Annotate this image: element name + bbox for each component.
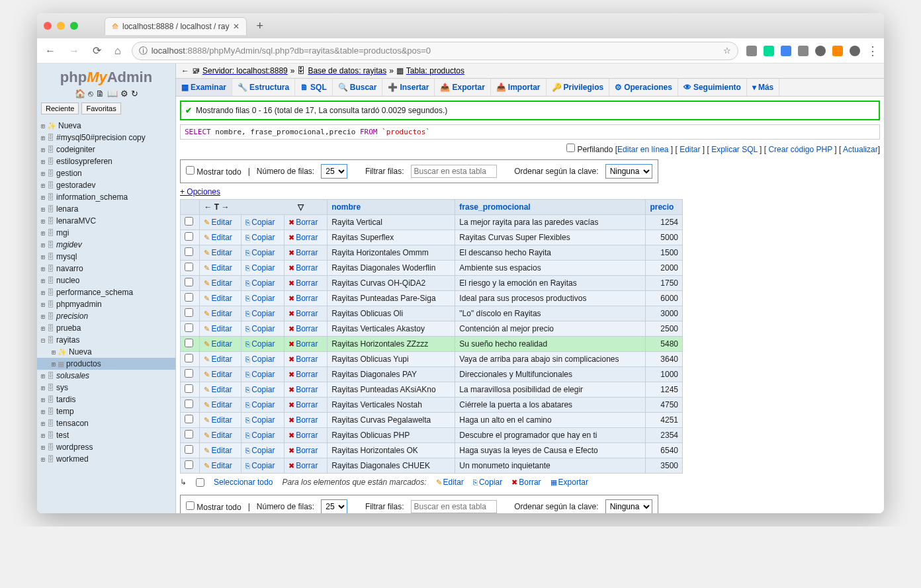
tab-operaciones[interactable]: ⚙Operaciones	[609, 79, 678, 96]
row-checkbox[interactable]	[185, 430, 193, 439]
tree-item[interactable]: ⊞🗄solusales	[37, 370, 175, 382]
row-delete-link[interactable]: ✖Borrar	[288, 339, 318, 349]
row-copy-link[interactable]: ⎘Copiar	[245, 339, 275, 349]
tree-item[interactable]: ⊞🗄performance_schema	[37, 286, 175, 298]
tree-item[interactable]: ⊞🗄mysql	[37, 251, 175, 263]
col-frase[interactable]: frase_promocional	[459, 202, 530, 212]
sql-icon[interactable]: 🗎	[96, 89, 105, 99]
url-bar[interactable]: ⓘ localhost:8888/phpMyAdmin/sql.php?db=r…	[132, 42, 738, 60]
tree-item[interactable]: ⊞🗄estilosypreferen	[37, 155, 175, 167]
expand-icon[interactable]: ⊞	[41, 158, 45, 165]
expand-icon[interactable]: ⊞	[41, 146, 45, 153]
tab-buscar[interactable]: 🔍Buscar	[333, 79, 383, 96]
row-copy-link[interactable]: ⎘Copiar	[245, 370, 275, 379]
row-checkbox[interactable]	[185, 323, 193, 332]
tree-item[interactable]: ⊞🗄#mysql50#precision copy	[37, 132, 175, 144]
tree-item[interactable]: ⊞🗄navarro	[37, 263, 175, 274]
bulk-copy-link[interactable]: ⎘Copiar	[473, 478, 502, 487]
expand-icon[interactable]: ⊞	[41, 253, 45, 261]
tree-item[interactable]: ⊞🗄codeigniter	[37, 144, 175, 155]
expand-icon[interactable]: ⊞	[41, 194, 45, 201]
tab-sql[interactable]: 🗎SQL	[295, 79, 333, 96]
ext-icon[interactable]	[781, 46, 791, 56]
row-edit-link[interactable]: ✎Editar	[204, 309, 232, 318]
ext-icon[interactable]	[815, 46, 826, 56]
tab-insertar[interactable]: ➕Insertar	[382, 79, 435, 96]
row-delete-link[interactable]: ✖Borrar	[288, 218, 318, 227]
tree-item[interactable]: ⊞🗄sys	[37, 382, 175, 394]
tree-item[interactable]: ⊞🗄gestion	[37, 167, 175, 179]
row-copy-link[interactable]: ⎘Copiar	[245, 385, 275, 394]
row-checkbox[interactable]	[185, 217, 193, 226]
row-edit-link[interactable]: ✎Editar	[204, 263, 232, 273]
tree-item[interactable]: ⊞🗄test	[37, 429, 175, 441]
row-checkbox[interactable]	[185, 263, 193, 271]
bulk-edit-link[interactable]: ✎Editar	[436, 478, 464, 487]
filter-rows-input[interactable]	[411, 165, 497, 178]
row-edit-link[interactable]: ✎Editar	[204, 355, 232, 364]
expand-icon[interactable]: ⊞	[41, 456, 45, 463]
tree-item[interactable]: ⊞🗄lenara	[37, 203, 175, 215]
reload-icon[interactable]: ↻	[131, 89, 138, 99]
row-delete-link[interactable]: ✖Borrar	[288, 309, 318, 318]
tree-item[interactable]: ⊞✨Nueva	[37, 120, 175, 132]
tab-close-icon[interactable]: ✕	[233, 22, 240, 31]
tree-item[interactable]: ⊞🗄gestoradev	[37, 179, 175, 191]
row-edit-link[interactable]: ✎Editar	[204, 461, 232, 470]
tab-exportar[interactable]: 📤Exportar	[435, 79, 490, 96]
row-delete-link[interactable]: ✖Borrar	[288, 385, 318, 394]
expand-icon[interactable]: ⊞	[41, 325, 45, 332]
row-checkbox[interactable]	[185, 247, 193, 256]
browser-tab[interactable]: ⟰ localhost:8888 / localhost / ray ✕	[105, 17, 247, 35]
tab-examinar[interactable]: ▦Examinar	[176, 79, 232, 96]
settings-icon[interactable]: ⚙	[120, 89, 128, 99]
row-copy-link[interactable]: ⎘Copiar	[245, 278, 275, 288]
expand-icon[interactable]: ⊞	[41, 444, 45, 451]
minimize-window-button[interactable]	[57, 22, 65, 30]
options-toggle[interactable]: + Opciones	[176, 187, 884, 199]
expand-icon[interactable]: ⊞	[41, 313, 45, 320]
expand-icon[interactable]: ⊞	[41, 218, 45, 225]
tree-item[interactable]: ⊞🗄workmed	[37, 453, 175, 465]
row-edit-link[interactable]: ✎Editar	[204, 339, 232, 349]
row-copy-link[interactable]: ⎘Copiar	[245, 431, 275, 440]
row-copy-link[interactable]: ⎘Copiar	[245, 415, 275, 425]
select-all-link[interactable]: Seleccionar todo	[214, 478, 273, 487]
info-icon[interactable]: ⓘ	[139, 45, 148, 57]
edit-inline-link[interactable]: Editar en línea	[617, 145, 668, 154]
ext-icon[interactable]	[798, 46, 809, 56]
back-button[interactable]: ←	[42, 45, 58, 57]
select-all-checkbox[interactable]	[196, 478, 204, 487]
row-copy-link[interactable]: ⎘Copiar	[245, 446, 275, 455]
show-all-checkbox[interactable]	[186, 501, 195, 510]
expand-icon[interactable]: ⊞	[41, 396, 45, 403]
expand-icon[interactable]: ⊞	[41, 372, 45, 380]
row-delete-link[interactable]: ✖Borrar	[288, 263, 318, 273]
browser-menu-icon[interactable]: ⋮	[867, 44, 879, 58]
row-delete-link[interactable]: ✖Borrar	[288, 431, 318, 440]
expand-icon[interactable]: ⊞	[52, 360, 56, 368]
bulk-delete-link[interactable]: ✖Borrar	[511, 478, 541, 487]
tab-seguimiento[interactable]: 👁Seguimiento	[678, 79, 747, 96]
row-delete-link[interactable]: ✖Borrar	[288, 294, 318, 303]
row-delete-link[interactable]: ✖Borrar	[288, 400, 318, 409]
row-checkbox[interactable]	[185, 415, 193, 423]
new-tab-button[interactable]: +	[256, 19, 263, 33]
row-checkbox[interactable]	[185, 369, 193, 378]
recent-tab[interactable]: Reciente	[41, 103, 79, 114]
tree-item[interactable]: ⊞▦productos	[37, 358, 175, 370]
create-php-link[interactable]: Crear código PHP	[768, 145, 832, 154]
logout-icon[interactable]: ⎋	[88, 89, 93, 99]
row-edit-link[interactable]: ✎Editar	[204, 233, 232, 242]
row-copy-link[interactable]: ⎘Copiar	[245, 461, 275, 470]
tab-estructura[interactable]: 🔧Estructura	[232, 79, 295, 96]
row-copy-link[interactable]: ⎘Copiar	[245, 309, 275, 318]
ext-icon[interactable]	[832, 46, 843, 56]
tree-item[interactable]: ⊞🗄mgi	[37, 227, 175, 239]
tree-item[interactable]: ⊞🗄precision	[37, 310, 175, 322]
expand-icon[interactable]: ⊞	[41, 265, 45, 273]
row-delete-link[interactable]: ✖Borrar	[288, 324, 318, 333]
row-edit-link[interactable]: ✎Editar	[204, 431, 232, 440]
reload-button[interactable]: ⟳	[90, 44, 104, 57]
expand-icon[interactable]: ⊞	[41, 289, 45, 296]
